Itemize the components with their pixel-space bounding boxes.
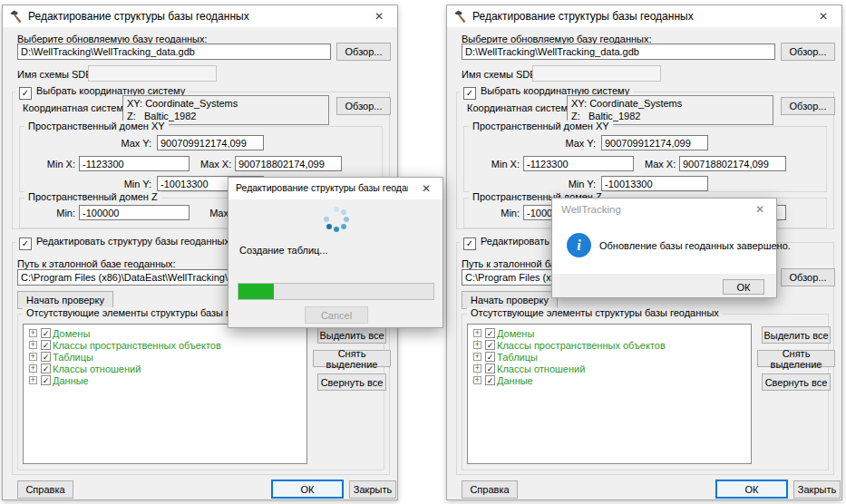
clear-selection-button[interactable]: Снять выделение	[757, 350, 835, 367]
collapse-all-button[interactable]: Свернуть все	[317, 373, 386, 391]
coord-xy-value: XY: Coordinate_Systems	[571, 97, 769, 110]
help-button[interactable]: Справка	[17, 480, 73, 499]
template-path-label: Путь к эталонной базе геоданных:	[17, 258, 176, 269]
start-check-button[interactable]: Начать проверку	[17, 291, 113, 309]
coord-checkbox[interactable]: ✓	[19, 87, 32, 100]
progress-bar	[238, 283, 434, 300]
max-x-input[interactable]	[679, 156, 786, 171]
max-y-input[interactable]	[157, 135, 264, 150]
tree-item-feature-classes[interactable]: + ✓ Классы пространственных объектов	[24, 340, 305, 352]
max-y-input[interactable]	[601, 135, 708, 150]
sde-label: Имя схемы SDE:	[17, 69, 95, 80]
close-icon[interactable]: ✕	[805, 5, 841, 27]
close-button[interactable]: Закрыть	[793, 480, 841, 499]
tree-item-label: Таблицы	[53, 352, 93, 363]
tree-item-domains[interactable]: + ✓ Домены	[24, 328, 305, 340]
tree-checkbox[interactable]: ✓	[485, 340, 495, 350]
window-title: Редактирование структуры базы геоданных	[472, 10, 694, 23]
edit-checkbox[interactable]: ✓	[19, 237, 32, 250]
expand-icon[interactable]: +	[473, 341, 481, 349]
tree-item-label: Классы отношений	[53, 363, 141, 374]
browse-db-button[interactable]: Обзор...	[781, 43, 835, 61]
help-button[interactable]: Справка	[462, 480, 518, 499]
browse-coord-button[interactable]: Обзор...	[336, 97, 391, 115]
min-y-label: Min Y:	[563, 179, 596, 189]
tree-checkbox[interactable]: ✓	[41, 340, 51, 350]
tree-item-label: Классы пространственных объектов	[497, 340, 666, 351]
message-text: Обновление базы геоданных завершено.	[599, 240, 791, 251]
min-x-input[interactable]	[79, 156, 190, 171]
max-x-input[interactable]	[235, 156, 342, 171]
tree-checkbox[interactable]: ✓	[41, 375, 51, 385]
domain-xy-legend: Пространственный домен XY	[469, 121, 613, 131]
window-title: Редактирование структуры базы геоданных	[236, 182, 408, 193]
min-y-input[interactable]	[601, 176, 708, 191]
progress-bar-fill	[238, 284, 274, 299]
coord-system-label: Координатная система:	[23, 102, 131, 113]
tree-checkbox[interactable]: ✓	[41, 328, 51, 338]
start-check-button[interactable]: Начать проверку	[462, 291, 558, 309]
tree-checkbox[interactable]: ✓	[485, 328, 495, 338]
tree-item-relationship-classes[interactable]: + ✓ Классы отношений	[468, 363, 749, 375]
hammer-icon	[9, 9, 24, 24]
db-path-input[interactable]	[462, 44, 775, 60]
tree-item-data[interactable]: + ✓ Данные	[468, 375, 749, 387]
min-z-label: Min:	[50, 208, 75, 218]
loading-spinner-icon	[323, 206, 350, 233]
min-z-input[interactable]	[79, 205, 190, 220]
select-all-button[interactable]: Выделить все	[762, 326, 831, 344]
clear-selection-button[interactable]: Снять выделение	[313, 350, 391, 367]
max-y-label: Max Y:	[563, 138, 596, 149]
browse-coord-button[interactable]: Обзор...	[781, 97, 835, 115]
missing-elements-legend: Отсутствующие элементы структуры базы ге…	[467, 307, 723, 318]
db-path-input[interactable]	[17, 44, 331, 60]
spinner-dot	[326, 224, 332, 229]
tree-item-label: Данные	[53, 375, 89, 386]
expand-icon[interactable]: +	[29, 329, 37, 337]
tree-item-relationship-classes[interactable]: + ✓ Классы отношений	[24, 363, 305, 375]
ok-button[interactable]: ОК	[715, 480, 788, 499]
close-icon[interactable]: ✕	[361, 5, 397, 27]
expand-icon[interactable]: +	[473, 376, 481, 384]
domain-xy-legend: Пространственный домен XY	[24, 121, 169, 131]
spinner-dot	[324, 217, 329, 222]
max-x-label: Max X:	[645, 159, 676, 170]
ok-button[interactable]: ОК	[271, 480, 344, 499]
expand-icon[interactable]: +	[29, 353, 37, 361]
tree-item-label: Домены	[53, 328, 90, 339]
sde-label: Имя схемы SDE:	[462, 69, 540, 80]
tree-checkbox[interactable]: ✓	[41, 363, 51, 373]
tree-item-data[interactable]: + ✓ Данные	[24, 375, 305, 387]
expand-icon[interactable]: +	[473, 364, 481, 373]
spinner-dot	[334, 207, 339, 212]
close-icon[interactable]: ✕	[410, 178, 442, 199]
tree-item-feature-classes[interactable]: + ✓ Классы пространственных объектов	[468, 340, 749, 352]
browse-template-button[interactable]: Обзор...	[781, 268, 835, 286]
sde-name-input	[88, 65, 217, 82]
select-all-button[interactable]: Выделить все	[317, 326, 386, 344]
welltracking-message-box: WellTracking ✕ i Обновление базы геоданн…	[551, 198, 777, 298]
expand-icon[interactable]: +	[473, 353, 481, 361]
expand-icon[interactable]: +	[473, 329, 481, 337]
expand-icon[interactable]: +	[29, 341, 37, 349]
close-button[interactable]: Закрыть	[349, 480, 396, 499]
coord-checkbox[interactable]: ✓	[463, 87, 476, 100]
close-icon[interactable]: ✕	[744, 199, 776, 221]
tree-checkbox[interactable]: ✓	[485, 363, 495, 373]
min-y-label: Min Y:	[119, 179, 151, 189]
tree-checkbox[interactable]: ✓	[485, 375, 495, 385]
collapse-all-button[interactable]: Свернуть все	[762, 373, 831, 391]
tree-item-tables[interactable]: + ✓ Таблицы	[468, 352, 749, 363]
browse-db-button[interactable]: Обзор...	[336, 43, 391, 61]
expand-icon[interactable]: +	[29, 376, 37, 384]
tree-checkbox[interactable]: ✓	[485, 352, 495, 362]
message-ok-button[interactable]: ОК	[723, 279, 764, 295]
tree-item-domains[interactable]: + ✓ Домены	[468, 328, 749, 340]
tree-checkbox[interactable]: ✓	[41, 352, 51, 362]
expand-icon[interactable]: +	[29, 364, 37, 373]
edit-checkbox[interactable]: ✓	[463, 237, 476, 250]
tree-item-tables[interactable]: + ✓ Таблицы	[24, 352, 305, 363]
title-bar: Редактирование структуры базы геоданных …	[3, 5, 397, 27]
window-title: Редактирование структуры базы геоданных	[28, 10, 249, 23]
min-x-input[interactable]	[523, 156, 634, 171]
